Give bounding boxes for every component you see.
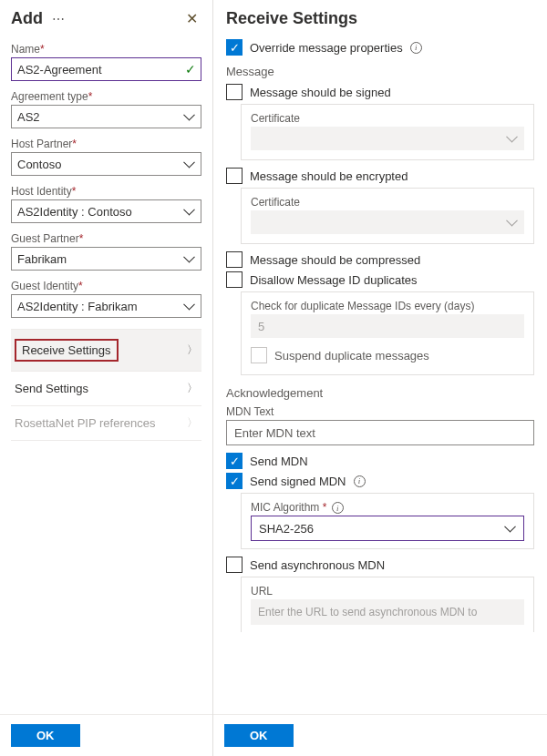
send-async-label: Send asynchronous MDN bbox=[250, 558, 385, 572]
encrypted-checkbox[interactable] bbox=[226, 168, 243, 184]
send-mdn-row: Send MDN bbox=[226, 453, 534, 469]
signed-cert-select bbox=[251, 127, 524, 150]
url-box: URL Enter the URL to send asynchronous M… bbox=[241, 577, 534, 632]
receive-panel-body: Override message properties Message Mess… bbox=[213, 36, 547, 714]
chevron-right-icon: 〉 bbox=[187, 415, 198, 431]
signed-cert-label: Certificate bbox=[251, 112, 524, 125]
receive-ok-button[interactable]: OK bbox=[224, 724, 294, 747]
compressed-checkbox[interactable] bbox=[226, 251, 243, 268]
suspend-row: Suspend duplicate messages bbox=[251, 347, 524, 363]
nav-receive-settings[interactable]: Receive Settings 〉 bbox=[11, 329, 201, 371]
signed-label: Message should be signed bbox=[250, 86, 391, 99]
signed-cert-box: Certificate bbox=[241, 104, 534, 160]
encrypted-cert-box: Certificate bbox=[241, 188, 534, 244]
host-identity-select[interactable]: AS2Identity : Contoso bbox=[11, 199, 201, 223]
mdn-text-label: MDN Text bbox=[226, 405, 534, 418]
signed-checkbox[interactable] bbox=[226, 84, 243, 100]
host-identity-field: Host Identity* AS2Identity : Contoso bbox=[11, 185, 201, 223]
info-icon[interactable] bbox=[332, 502, 344, 514]
guest-partner-field: Guest Partner* Fabrikam bbox=[11, 232, 201, 271]
disallow-dup-label: Disallow Message ID duplicates bbox=[250, 273, 418, 287]
add-panel-header: Add ⋯ ✕ bbox=[0, 0, 212, 32]
compressed-row: Message should be compressed bbox=[226, 251, 534, 268]
send-signed-mdn-label: Send signed MDN bbox=[250, 475, 346, 488]
guest-identity-select[interactable]: AS2Identity : Fabrikam bbox=[11, 294, 201, 318]
add-panel-footer: OK bbox=[0, 714, 212, 756]
disallow-dup-checkbox[interactable] bbox=[226, 271, 243, 288]
agreement-type-field: Agreement type* AS2 bbox=[11, 90, 201, 128]
add-panel-title: Add bbox=[11, 9, 43, 28]
url-label: URL bbox=[251, 585, 524, 598]
host-partner-label: Host Partner* bbox=[11, 138, 201, 150]
compressed-label: Message should be compressed bbox=[250, 253, 420, 267]
chevron-right-icon: 〉 bbox=[187, 342, 198, 358]
guest-partner-select[interactable]: Fabrikam bbox=[11, 247, 201, 271]
guest-partner-label: Guest Partner* bbox=[11, 232, 201, 245]
guest-identity-field: Guest Identity* AS2Identity : Fabrikam bbox=[11, 280, 201, 318]
url-input: Enter the URL to send asynchronous MDN t… bbox=[251, 599, 524, 625]
encrypted-cert-select bbox=[251, 210, 524, 234]
nav-send-settings[interactable]: Send Settings 〉 bbox=[11, 371, 201, 405]
host-identity-label: Host Identity* bbox=[11, 185, 201, 198]
name-input[interactable] bbox=[11, 57, 201, 81]
nav-receive-label: Receive Settings bbox=[15, 339, 119, 362]
send-async-row: Send asynchronous MDN bbox=[226, 557, 534, 573]
disallow-dup-row: Disallow Message ID duplicates bbox=[226, 271, 534, 288]
mic-box: MIC Algorithm * SHA2-256 bbox=[241, 493, 534, 549]
override-label: Override message properties bbox=[250, 41, 403, 55]
send-mdn-label: Send MDN bbox=[250, 455, 308, 468]
encrypted-cert-label: Certificate bbox=[251, 196, 524, 209]
checkmark-icon: ✓ bbox=[185, 62, 196, 77]
mic-algorithm-select[interactable]: SHA2-256 bbox=[251, 516, 524, 541]
nav-send-label: Send Settings bbox=[15, 382, 88, 395]
override-checkbox[interactable] bbox=[226, 39, 243, 56]
nav-rosetta-label: RosettaNet PIP references bbox=[15, 416, 155, 430]
add-panel: Add ⋯ ✕ Name* ✓ Agreement type* AS2 Host… bbox=[0, 0, 213, 756]
ack-section-label: Acknowledgement bbox=[226, 386, 534, 400]
override-row: Override message properties bbox=[226, 39, 534, 56]
mdn-text-input[interactable] bbox=[226, 420, 534, 445]
encrypted-row: Message should be encrypted bbox=[226, 168, 534, 184]
settings-nav: Receive Settings 〉 Send Settings 〉 Roset… bbox=[11, 329, 201, 441]
send-async-checkbox[interactable] bbox=[226, 557, 243, 573]
send-signed-mdn-checkbox[interactable] bbox=[226, 473, 243, 489]
check-dup-label: Check for duplicate Message IDs every (d… bbox=[251, 300, 524, 312]
host-partner-select[interactable]: Contoso bbox=[11, 152, 201, 176]
info-icon[interactable] bbox=[354, 475, 366, 487]
receive-settings-panel: Receive Settings Override message proper… bbox=[213, 0, 547, 756]
signed-row: Message should be signed bbox=[226, 84, 534, 100]
add-panel-body: Name* ✓ Agreement type* AS2 Host Partner… bbox=[0, 32, 212, 714]
host-partner-field: Host Partner* Contoso bbox=[11, 138, 201, 176]
info-icon[interactable] bbox=[410, 42, 422, 54]
mic-label: MIC Algorithm * bbox=[251, 501, 524, 514]
agreement-type-label: Agreement type* bbox=[11, 90, 201, 103]
receive-panel-footer: OK bbox=[213, 714, 547, 756]
close-icon[interactable]: ✕ bbox=[182, 10, 201, 27]
receive-panel-header: Receive Settings bbox=[213, 0, 547, 36]
suspend-checkbox bbox=[251, 347, 267, 363]
agreement-type-select[interactable]: AS2 bbox=[11, 105, 201, 128]
name-label: Name* bbox=[11, 43, 201, 56]
add-ok-button[interactable]: OK bbox=[11, 724, 80, 747]
check-dup-value: 5 bbox=[251, 314, 524, 338]
message-section-label: Message bbox=[226, 65, 534, 78]
guest-identity-label: Guest Identity* bbox=[11, 280, 201, 292]
send-mdn-checkbox[interactable] bbox=[226, 453, 243, 469]
suspend-label: Suspend duplicate messages bbox=[274, 349, 429, 363]
nav-rosettanet: RosettaNet PIP references 〉 bbox=[11, 405, 201, 441]
send-signed-mdn-row: Send signed MDN bbox=[226, 473, 534, 489]
chevron-right-icon: 〉 bbox=[187, 381, 198, 396]
receive-panel-title: Receive Settings bbox=[226, 9, 357, 28]
dup-box: Check for duplicate Message IDs every (d… bbox=[241, 291, 534, 375]
encrypted-label: Message should be encrypted bbox=[250, 169, 408, 183]
more-icon[interactable]: ⋯ bbox=[52, 12, 65, 26]
name-field: Name* ✓ bbox=[11, 43, 201, 81]
